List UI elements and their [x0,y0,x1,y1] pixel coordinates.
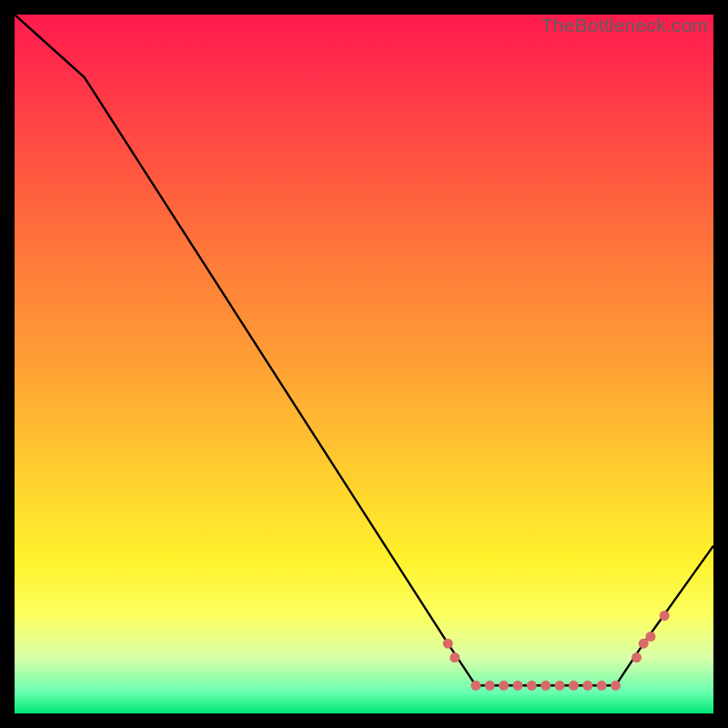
marker-dot [499,681,509,691]
marker-dot [541,681,551,691]
marker-dot [569,681,579,691]
marker-dot [527,681,537,691]
marker-dots [443,611,670,691]
marker-dot [443,639,453,649]
marker-dot [660,611,670,621]
marker-dot [597,681,607,691]
plot-area: TheBottleneck.com [15,15,713,713]
marker-dot [470,681,480,691]
marker-dot [611,681,621,691]
chart-container: TheBottleneck.com [0,0,728,728]
marker-dot [485,681,495,691]
chart-svg [15,15,713,713]
marker-dot [513,681,523,691]
marker-dot [450,652,460,662]
marker-dot [645,632,655,642]
marker-dot [582,681,592,691]
marker-dot [632,652,642,662]
marker-dot [555,681,565,691]
curve-line [15,15,713,685]
